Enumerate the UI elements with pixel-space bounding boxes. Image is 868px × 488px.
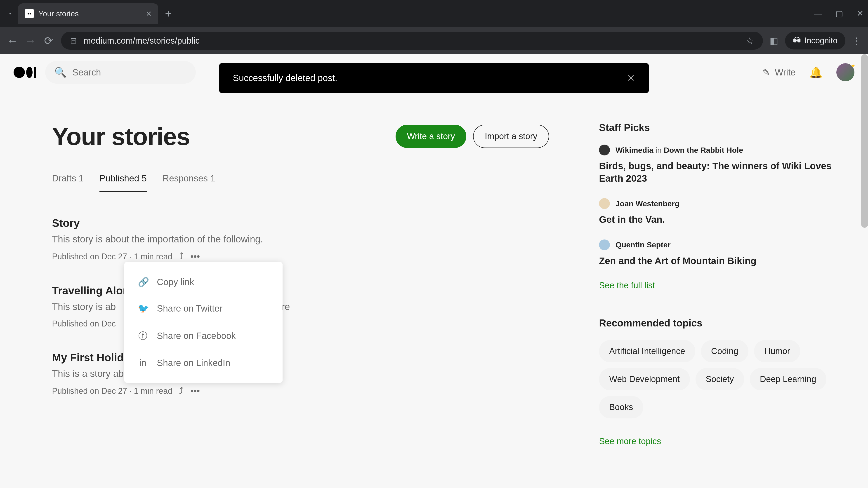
bookmark-star-icon[interactable]: ☆	[746, 35, 754, 46]
facebook-icon: ⓕ	[138, 330, 148, 342]
staff-pick-item[interactable]: Joan Westenberg Get in the Van.	[599, 198, 855, 226]
topic-chip[interactable]: Books	[599, 396, 643, 418]
tab-favicon: ••	[25, 9, 34, 18]
topic-chip[interactable]: Humor	[754, 340, 800, 362]
tab-close-icon[interactable]: ×	[146, 8, 151, 19]
share-copy-label: Copy link	[157, 277, 194, 287]
medium-logo[interactable]	[13, 67, 36, 78]
pick-title: Get in the Van.	[599, 214, 855, 226]
author-line: Wikimedia in Down the Rabbit Hole	[616, 146, 743, 155]
staff-picks-heading: Staff Picks	[599, 122, 855, 133]
scrollbar-thumb[interactable]	[861, 54, 868, 228]
toast-notification: Successfully deleted post. ✕	[219, 63, 649, 93]
topic-chip[interactable]: Deep Learning	[750, 368, 827, 390]
share-twitter[interactable]: 🐦 Share on Twitter	[124, 295, 283, 322]
side-panel-icon[interactable]: ◧	[770, 35, 778, 46]
story-title[interactable]: Story	[52, 217, 549, 229]
window-maximize-icon[interactable]: ▢	[835, 9, 843, 18]
more-options-icon[interactable]: •••	[190, 386, 200, 396]
nav-back-icon[interactable]: ←	[7, 35, 18, 47]
search-box[interactable]: 🔍	[45, 61, 196, 84]
author-avatar	[599, 198, 610, 209]
share-linkedin-label: Share on LinkedIn	[157, 358, 230, 368]
topic-chip[interactable]: Society	[695, 368, 744, 390]
recommended-topics-heading: Recommended topics	[599, 318, 855, 329]
share-twitter-label: Share on Twitter	[157, 303, 223, 314]
write-story-button[interactable]: Write a story	[396, 125, 466, 148]
share-menu: 🔗 Copy link 🐦 Share on Twitter ⓕ Share o…	[124, 262, 283, 383]
incognito-label: Incognito	[804, 36, 837, 45]
story-meta-text: Published on Dec 27 · 1 min read	[52, 252, 172, 261]
see-more-topics-link[interactable]: See more topics	[599, 436, 855, 446]
write-icon: ✎	[763, 67, 770, 77]
tab-published[interactable]: Published 5	[99, 173, 147, 192]
url-text: medium.com/me/stories/public	[84, 36, 739, 46]
story-tabs: Drafts 1 Published 5 Responses 1	[52, 173, 549, 192]
incognito-badge[interactable]: 🕶 Incognito	[785, 32, 845, 50]
share-linkedin[interactable]: in Share on LinkedIn	[124, 350, 283, 376]
browser-tab-bar: ▾ •• Your stories × + — ▢ ✕	[0, 0, 868, 27]
site-info-icon[interactable]: ⊟	[70, 36, 77, 45]
share-copy-link[interactable]: 🔗 Copy link	[124, 269, 283, 295]
topic-chip[interactable]: Artificial Intelligence	[599, 340, 695, 362]
nav-reload-icon[interactable]: ⟳	[43, 34, 54, 47]
user-avatar[interactable]	[836, 63, 855, 81]
nav-forward-icon[interactable]: →	[25, 35, 36, 47]
toast-message: Successfully deleted post.	[233, 73, 337, 83]
pick-title: Birds, bugs, and beauty: The winners of …	[599, 160, 855, 185]
author-avatar	[599, 144, 610, 156]
share-icon[interactable]: ⤴	[179, 252, 184, 262]
tab-drafts[interactable]: Drafts 1	[52, 173, 84, 192]
author-avatar	[599, 239, 610, 250]
search-icon: 🔍	[54, 66, 67, 78]
topic-chip[interactable]: Coding	[701, 340, 748, 362]
staff-pick-item[interactable]: Quentin Septer Zen and the Art of Mounta…	[599, 239, 855, 267]
topic-chip[interactable]: Web Development	[599, 368, 690, 390]
page-scrollbar[interactable]	[861, 54, 868, 488]
twitter-icon: 🐦	[138, 303, 148, 314]
search-input[interactable]	[72, 67, 187, 77]
browser-tab[interactable]: •• Your stories ×	[18, 3, 158, 24]
share-facebook-label: Share on Facebook	[157, 331, 236, 341]
page-title: Your stories	[52, 122, 190, 151]
link-icon: 🔗	[138, 277, 148, 287]
author-line: Quentin Septer	[616, 240, 671, 249]
author-line: Joan Westenberg	[616, 199, 680, 208]
notifications-bell-icon[interactable]: 🔔	[809, 66, 823, 79]
see-full-list-link[interactable]: See the full list	[599, 281, 855, 290]
window-close-icon[interactable]: ✕	[857, 9, 864, 18]
pick-title: Zen and the Art of Mountain Biking	[599, 255, 855, 267]
story-description: This story is about the importation of t…	[52, 234, 549, 245]
more-options-icon[interactable]: •••	[190, 252, 200, 262]
tab-title: Your stories	[38, 9, 142, 18]
linkedin-icon: in	[138, 358, 148, 368]
new-tab-button[interactable]: +	[165, 7, 172, 20]
incognito-icon: 🕶	[793, 36, 801, 45]
story-meta-text: Published on Dec	[52, 319, 116, 328]
share-icon[interactable]: ⤴	[179, 386, 184, 396]
write-label: Write	[775, 67, 796, 77]
import-story-button[interactable]: Import a story	[473, 125, 549, 148]
address-bar: ← → ⟳ ⊟ medium.com/me/stories/public ☆ ◧…	[0, 27, 868, 54]
url-field[interactable]: ⊟ medium.com/me/stories/public ☆	[61, 32, 763, 50]
story-meta-text: Published on Dec 27 · 1 min read	[52, 386, 172, 396]
toast-close-icon[interactable]: ✕	[627, 72, 635, 84]
browser-menu-icon[interactable]: ⋮	[852, 35, 861, 46]
window-minimize-icon[interactable]: —	[814, 9, 822, 18]
staff-pick-item[interactable]: Wikimedia in Down the Rabbit Hole Birds,…	[599, 144, 855, 185]
tab-responses[interactable]: Responses 1	[162, 173, 215, 192]
tab-search-dropdown[interactable]: ▾	[4, 8, 16, 19]
story-item: Story This story is about the importatio…	[52, 210, 549, 273]
write-link[interactable]: ✎ Write	[763, 67, 796, 77]
share-facebook[interactable]: ⓕ Share on Facebook	[124, 322, 283, 350]
